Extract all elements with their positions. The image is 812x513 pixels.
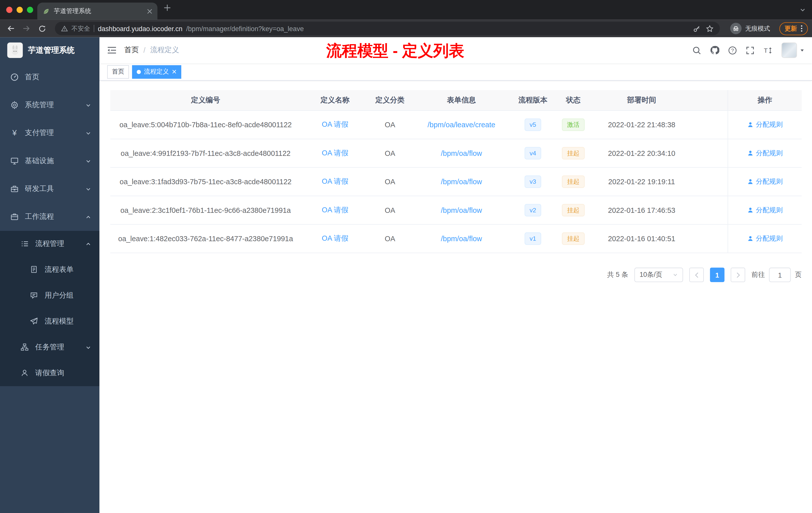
definition-name-link[interactable]: OA 请假	[322, 120, 348, 129]
sidebar-item-system-management[interactable]: 系统管理	[0, 91, 99, 119]
tag-process-definition[interactable]: 流程定义	[132, 65, 181, 79]
assign-rule-label: 分配规则	[756, 149, 783, 158]
font-size-icon[interactable]: T	[763, 46, 773, 55]
assign-rule-label: 分配规则	[756, 177, 783, 186]
url-path: /bpm/manager/definition?key=oa_leave	[186, 25, 689, 32]
security-label[interactable]: 不安全	[71, 24, 90, 33]
address-bar[interactable]: 不安全 dashboard.yudao.iocoder.cn /bpm/mana…	[55, 22, 720, 35]
col-header-status: 状态	[554, 90, 593, 110]
cell-deploy-time: 2022-01-16 01:40:51	[593, 224, 691, 252]
cell-definition-id: oa_leave:1:482ec033-762a-11ec-8477-a2380…	[110, 224, 301, 252]
sidebar-item-process-form[interactable]: 流程表单	[0, 257, 99, 282]
assign-rule-label: 分配规则	[756, 234, 783, 243]
sidebar-item-task-management[interactable]: 任务管理	[0, 334, 99, 360]
sidebar-item-label: 流程管理	[35, 239, 64, 248]
assign-rule-button[interactable]: 分配规则	[747, 177, 783, 186]
breadcrumb-home[interactable]: 首页	[124, 46, 139, 55]
goto-page-group: 前往 页	[752, 268, 802, 282]
top-navbar: 首页 / 流程定义 流程模型 - 定义列表 ?	[99, 37, 812, 63]
user-menu[interactable]	[781, 42, 805, 58]
sidebar-collapse-icon[interactable]	[99, 46, 124, 55]
sidebar-item-dev-tools[interactable]: 研发工具	[0, 175, 99, 203]
incognito-label: 无痕模式	[745, 24, 770, 33]
form-info-link[interactable]: /bpm/oa/leave/create	[428, 121, 495, 129]
status-badge: 挂起	[562, 204, 585, 217]
app-logo	[7, 42, 23, 58]
breadcrumb-current: 流程定义	[150, 46, 179, 55]
tag-label: 首页	[112, 67, 124, 76]
github-icon[interactable]	[710, 46, 719, 55]
definition-name-link[interactable]: OA 请假	[322, 206, 348, 215]
search-icon[interactable]	[693, 46, 701, 55]
close-window-button[interactable]	[6, 7, 12, 13]
forward-icon[interactable]	[20, 22, 33, 35]
browser-tab[interactable]: 芋道管理系统	[37, 2, 158, 20]
tag-close-icon[interactable]	[172, 69, 177, 74]
page-size-value: 10条/页	[639, 270, 662, 280]
sidebar-item-label: 基础设施	[25, 156, 54, 165]
sidebar-item-user-group[interactable]: 用户分组	[0, 282, 99, 308]
goto-page-input[interactable]	[769, 268, 791, 282]
page-size-select[interactable]: 10条/页	[635, 268, 683, 282]
sidebar-item-leave-query[interactable]: 请假查询	[0, 360, 99, 386]
chrome-update-button[interactable]: 更新	[779, 22, 808, 35]
help-icon[interactable]: ?	[728, 46, 737, 55]
definition-name-link[interactable]: OA 请假	[322, 234, 348, 243]
favicon-leaf-icon	[42, 7, 50, 15]
fullscreen-icon[interactable]	[746, 46, 754, 55]
assign-rule-button[interactable]: 分配规则	[747, 120, 783, 129]
org-tree-icon	[21, 343, 29, 351]
assign-rule-button[interactable]: 分配规则	[747, 149, 783, 158]
tab-search-chevron-icon[interactable]	[800, 7, 806, 13]
bookmark-star-icon[interactable]	[706, 25, 714, 32]
sidebar-item-payment-management[interactable]: ¥ 支付管理	[0, 119, 99, 147]
app-title: 芋道管理系统	[28, 45, 75, 55]
cell-deploy-time: 2022-01-22 19:19:11	[593, 168, 691, 195]
definition-table: 定义编号 定义名称 定义分类 表单信息 流程版本 状态 部署时间 操作 oa_l…	[110, 90, 802, 253]
page-unit-label: 页	[795, 270, 802, 280]
prev-page-button[interactable]	[689, 268, 704, 282]
version-badge: v3	[524, 175, 541, 188]
next-page-button[interactable]	[731, 268, 745, 282]
definition-name-link[interactable]: OA 请假	[322, 177, 348, 186]
browser-menu-icon[interactable]	[801, 25, 803, 32]
sidebar-item-process-management[interactable]: 流程管理	[0, 231, 99, 257]
svg-text:?: ?	[731, 48, 734, 53]
minimize-window-button[interactable]	[17, 7, 23, 13]
sidebar-item-label: 工作流程	[25, 212, 54, 221]
col-header-actions: 操作	[728, 90, 802, 110]
table-row: oa_leave:1:482ec033-762a-11ec-8477-a2380…	[110, 224, 802, 253]
sidebar-item-workflow[interactable]: 工作流程	[0, 203, 99, 231]
chevron-down-icon	[85, 158, 91, 164]
cell-spacer	[690, 224, 728, 252]
status-badge: 挂起	[562, 175, 585, 188]
col-header-form-info: 表单信息	[411, 90, 512, 110]
avatar[interactable]	[781, 42, 797, 58]
form-info-link[interactable]: /bpm/oa/flow	[441, 206, 482, 214]
definition-name-link[interactable]: OA 请假	[322, 149, 348, 158]
form-info-link[interactable]: /bpm/oa/flow	[441, 234, 482, 243]
browser-tab-strip: 芋道管理系统	[0, 0, 812, 20]
sidebar-item-label: 流程模型	[45, 317, 74, 326]
back-icon[interactable]	[4, 22, 18, 35]
cell-definition-id: oa_leave:4:991f2193-7b7f-11ec-a3c8-acde4…	[110, 139, 301, 167]
form-info-link[interactable]: /bpm/oa/flow	[441, 177, 482, 186]
cell-spacer	[690, 168, 728, 195]
password-key-icon[interactable]	[693, 25, 701, 32]
form-info-link[interactable]: /bpm/oa/flow	[441, 149, 482, 157]
sidebar-item-process-model[interactable]: 流程模型	[0, 308, 99, 334]
cell-category: OA	[369, 111, 411, 139]
tag-home[interactable]: 首页	[107, 65, 129, 79]
sidebar-item-infrastructure[interactable]: 基础设施	[0, 147, 99, 175]
assign-rule-button[interactable]: 分配规则	[747, 234, 783, 243]
zoom-window-button[interactable]	[27, 7, 33, 13]
sidebar-item-home[interactable]: 首页	[0, 63, 99, 91]
new-tab-button[interactable]	[164, 4, 171, 11]
assign-rule-label: 分配规则	[756, 120, 783, 129]
page-number-button[interactable]: 1	[710, 268, 725, 282]
assign-rule-button[interactable]: 分配规则	[747, 206, 783, 215]
sidebar-item-label: 用户分组	[45, 291, 74, 300]
yen-icon: ¥	[10, 129, 19, 137]
reload-icon[interactable]	[35, 22, 49, 35]
tab-close-icon[interactable]	[147, 8, 152, 14]
